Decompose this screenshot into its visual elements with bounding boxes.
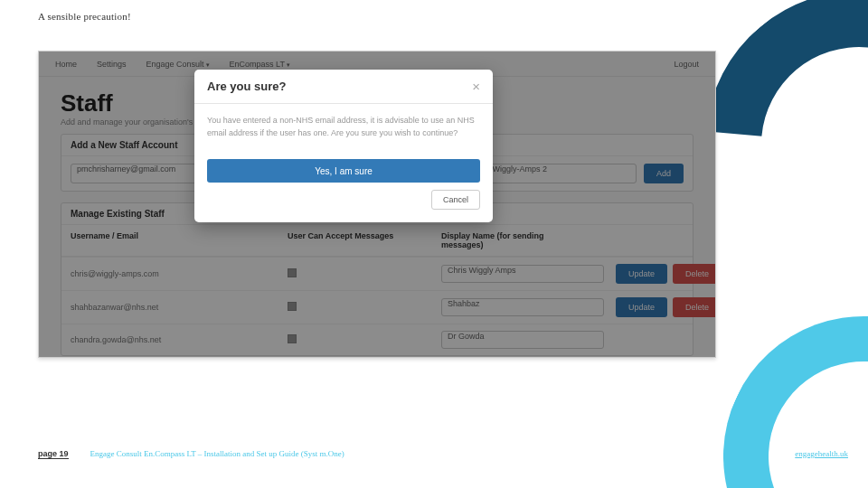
embedded-screenshot: Home Settings Engage Consult▾ EnCompass … [38, 51, 716, 358]
slide-footer: page 19 Engage Consult En.Compass LT – I… [38, 449, 344, 458]
modal-title: Are you sure? [207, 80, 286, 93]
yes-button[interactable]: Yes, I am sure [207, 159, 480, 183]
modal-body: You have entered a non-NHS email address… [194, 104, 493, 150]
slide-title: A sensible precaution! [38, 11, 131, 22]
cancel-button[interactable]: Cancel [431, 190, 480, 210]
close-icon[interactable]: × [472, 79, 480, 94]
page-number: page 19 [38, 449, 69, 458]
doc-title: Engage Consult En.Compass LT – Installat… [90, 449, 344, 458]
site-link[interactable]: engagehealth.uk [795, 449, 848, 458]
confirm-modal: Are you sure? × You have entered a non-N… [194, 70, 493, 222]
